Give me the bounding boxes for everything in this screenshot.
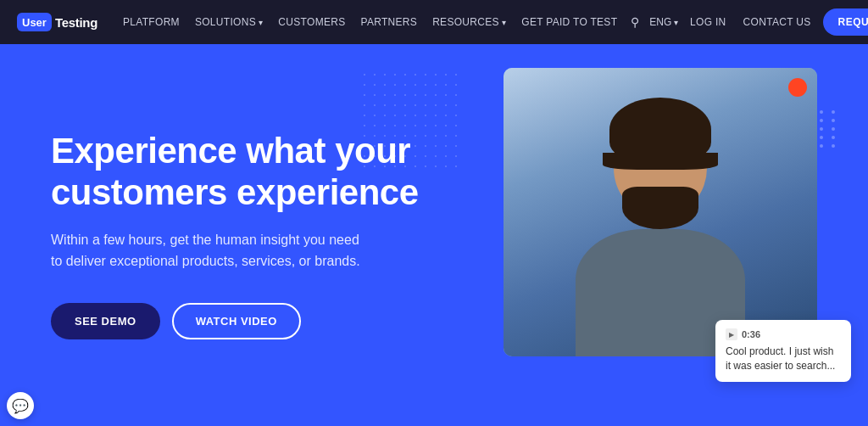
watch-video-button[interactable]: WATCH VIDEO xyxy=(172,303,301,339)
comment-bubble: ▶ 0:36 Cool product. I just wish it was … xyxy=(715,320,851,382)
request-trial-button[interactable]: REQUEST TRIAL xyxy=(823,8,869,36)
language-selector[interactable]: ENG xyxy=(649,16,678,28)
hero-buttons: SEE DEMO WATCH VIDEO xyxy=(51,303,458,339)
contact-link[interactable]: CONTACT US xyxy=(738,13,816,31)
hero-subtext: Within a few hours, get the human insigh… xyxy=(51,230,373,272)
logo-text: Testing xyxy=(55,15,97,30)
login-link[interactable]: LOG IN xyxy=(685,13,731,31)
person-silhouette xyxy=(550,93,771,356)
nav-resources[interactable]: RESOURCES xyxy=(426,11,513,33)
person-hair xyxy=(609,98,711,161)
logo[interactable]: User Testing xyxy=(17,13,97,31)
hero-section: Experience what your customers experienc… xyxy=(0,44,868,426)
video-frame[interactable] xyxy=(504,68,817,356)
nav-right: ⚲ ENG LOG IN CONTACT US REQUEST TRIAL xyxy=(627,8,868,36)
search-icon[interactable]: ⚲ xyxy=(627,12,643,32)
nav-links: PLATFORM SOLUTIONS CUSTOMERS PARTNERS RE… xyxy=(116,11,624,33)
chat-icon[interactable]: 💬 xyxy=(7,392,34,419)
navigation: User Testing PLATFORM SOLUTIONS CUSTOMER… xyxy=(0,0,868,44)
bubble-header: ▶ 0:36 xyxy=(726,328,841,340)
nav-customers[interactable]: CUSTOMERS xyxy=(271,11,352,33)
person-beard xyxy=(622,187,698,229)
nav-partners[interactable]: PARTNERS xyxy=(354,11,425,33)
logo-box-text: User xyxy=(22,16,47,29)
nav-solutions[interactable]: SOLUTIONS xyxy=(188,11,270,33)
see-demo-button[interactable]: SEE DEMO xyxy=(51,303,160,339)
bubble-timestamp: 0:36 xyxy=(742,329,760,339)
recording-indicator xyxy=(788,78,807,97)
bubble-media-icon: ▶ xyxy=(726,328,737,340)
chat-icon-glyph: 💬 xyxy=(12,398,29,414)
hero-visual: ▶ 0:36 Cool product. I just wish it was … xyxy=(478,68,843,399)
hero-content: Experience what your customers experienc… xyxy=(51,131,458,339)
video-person xyxy=(504,68,817,356)
hero-heading: Experience what your customers experienc… xyxy=(51,131,458,213)
bubble-text: Cool product. I just wish it was easier … xyxy=(726,345,841,373)
nav-get-paid[interactable]: GET PAID TO TEST xyxy=(515,11,624,33)
nav-platform[interactable]: PLATFORM xyxy=(116,11,186,33)
